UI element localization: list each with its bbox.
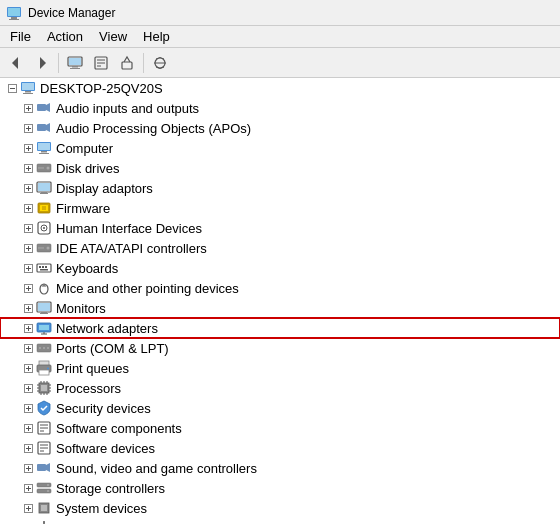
keyboards-icon xyxy=(36,260,52,276)
menu-action[interactable]: Action xyxy=(39,26,91,47)
list-item[interactable]: Keyboards xyxy=(0,258,560,278)
network-expander[interactable] xyxy=(20,320,36,336)
disk-drives-expander[interactable] xyxy=(20,160,36,176)
computer-expander[interactable] xyxy=(20,140,36,156)
svg-rect-90 xyxy=(38,303,50,311)
svg-rect-79 xyxy=(40,269,48,271)
menu-file[interactable]: File xyxy=(2,26,39,47)
svg-rect-75 xyxy=(37,264,51,272)
firmware-expander[interactable] xyxy=(20,200,36,216)
audio-inputs-label: Audio inputs and outputs xyxy=(56,101,199,116)
processors-icon xyxy=(36,380,52,396)
root-expander[interactable] xyxy=(4,80,20,96)
audio-apo-expander[interactable] xyxy=(20,120,36,136)
audio-inputs-expander[interactable] xyxy=(20,100,36,116)
svg-point-106 xyxy=(47,347,49,349)
list-item[interactable]: Ports (COM & LPT) xyxy=(0,338,560,358)
processors-label: Processors xyxy=(56,381,121,396)
list-item[interactable]: Display adaptors xyxy=(0,178,560,198)
svg-point-158 xyxy=(47,484,49,486)
list-item[interactable]: Print queues xyxy=(0,358,560,378)
svg-point-65 xyxy=(43,227,45,229)
ports-label: Ports (COM & LPT) xyxy=(56,341,169,356)
list-item[interactable]: Software components xyxy=(0,418,560,438)
list-item[interactable]: Mice and other pointing devices xyxy=(0,278,560,298)
computer-icon-btn[interactable] xyxy=(63,51,87,75)
list-item[interactable]: Audio Processing Objects (APOs) xyxy=(0,118,560,138)
list-item[interactable]: System devices xyxy=(0,498,560,518)
sound-expander[interactable] xyxy=(20,460,36,476)
system-icon xyxy=(36,500,52,516)
mice-expander[interactable] xyxy=(20,280,36,296)
list-item[interactable]: Firmware xyxy=(0,198,560,218)
security-icon xyxy=(36,400,52,416)
audio-apo-icon xyxy=(36,120,52,136)
svg-rect-51 xyxy=(41,192,47,193)
display-expander[interactable] xyxy=(20,180,36,196)
system-expander[interactable] xyxy=(20,500,36,516)
usb-icon xyxy=(36,520,52,524)
svg-rect-7 xyxy=(69,58,81,65)
list-item[interactable]: Monitors xyxy=(0,298,560,318)
svg-rect-14 xyxy=(122,62,132,69)
list-item[interactable]: Storage controllers xyxy=(0,478,560,498)
svg-rect-52 xyxy=(40,193,48,194)
svg-rect-3 xyxy=(9,19,19,20)
list-item[interactable]: Human Interface Devices xyxy=(0,218,560,238)
monitors-expander[interactable] xyxy=(20,300,36,316)
network-adapters-item[interactable]: Network adapters xyxy=(0,318,560,338)
svg-rect-50 xyxy=(38,183,50,191)
svg-point-70 xyxy=(47,247,50,250)
list-item[interactable]: Universal Serial Bus controllers xyxy=(0,518,560,524)
properties-button[interactable] xyxy=(89,51,113,75)
software-devices-label: Software devices xyxy=(56,441,155,456)
mice-icon xyxy=(36,280,52,296)
svg-rect-37 xyxy=(38,143,50,150)
list-item[interactable]: Processors xyxy=(0,378,560,398)
ports-expander[interactable] xyxy=(20,340,36,356)
processors-expander[interactable] xyxy=(20,380,36,396)
list-item[interactable]: Software devices xyxy=(0,438,560,458)
update-driver-button[interactable] xyxy=(115,51,139,75)
svg-rect-2 xyxy=(11,17,17,19)
storage-expander[interactable] xyxy=(20,480,36,496)
menu-view[interactable]: View xyxy=(91,26,135,47)
svg-point-159 xyxy=(47,490,49,492)
hid-label: Human Interface Devices xyxy=(56,221,202,236)
computer-item-icon xyxy=(36,140,52,156)
hid-expander[interactable] xyxy=(20,220,36,236)
list-item[interactable]: Security devices xyxy=(0,398,560,418)
svg-rect-21 xyxy=(25,91,31,93)
ports-icon xyxy=(36,340,52,356)
usb-expander[interactable] xyxy=(20,520,36,524)
monitors-label: Monitors xyxy=(56,301,106,316)
title-bar: Device Manager xyxy=(0,0,560,26)
ide-expander[interactable] xyxy=(20,240,36,256)
print-expander[interactable] xyxy=(20,360,36,376)
svg-rect-1 xyxy=(8,8,20,16)
forward-button[interactable] xyxy=(30,51,54,75)
svg-point-105 xyxy=(43,347,45,349)
monitors-icon xyxy=(36,300,52,316)
svg-marker-27 xyxy=(46,103,50,112)
software-devices-icon xyxy=(36,440,52,456)
security-expander[interactable] xyxy=(20,400,36,416)
list-item[interactable]: Audio inputs and outputs xyxy=(0,98,560,118)
software-devices-expander[interactable] xyxy=(20,440,36,456)
toolbar-separator-1 xyxy=(58,53,59,73)
menu-bar: File Action View Help xyxy=(0,26,560,48)
list-item[interactable]: IDE ATA/ATAPI controllers xyxy=(0,238,560,258)
scan-button[interactable] xyxy=(148,51,172,75)
svg-rect-91 xyxy=(41,312,47,313)
root-label: DESKTOP-25QV20S xyxy=(40,81,163,96)
list-item[interactable]: Computer xyxy=(0,138,560,158)
tree-root[interactable]: DESKTOP-25QV20S xyxy=(0,78,560,98)
svg-rect-31 xyxy=(37,124,46,131)
keyboards-expander[interactable] xyxy=(20,260,36,276)
toolbar-separator-2 xyxy=(143,53,144,73)
list-item[interactable]: Sound, video and game controllers xyxy=(0,458,560,478)
list-item[interactable]: Disk drives xyxy=(0,158,560,178)
back-button[interactable] xyxy=(4,51,28,75)
software-components-expander[interactable] xyxy=(20,420,36,436)
menu-help[interactable]: Help xyxy=(135,26,178,47)
